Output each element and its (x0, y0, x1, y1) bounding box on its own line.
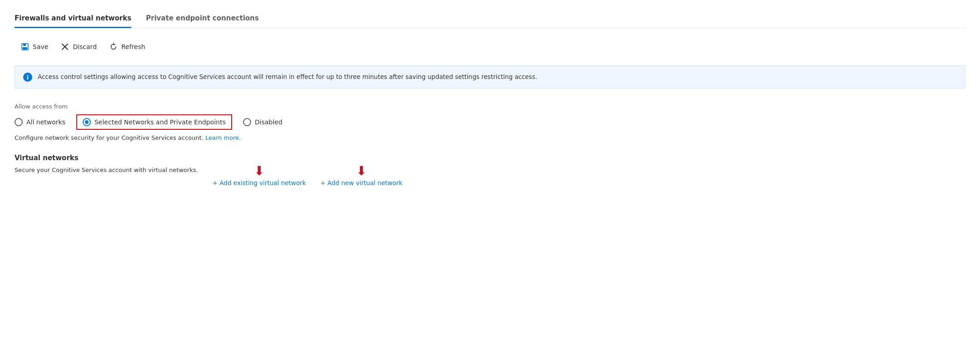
info-text: Access control settings allowing access … (38, 72, 537, 81)
info-icon: i (23, 73, 32, 82)
radio-selected-label: Selected Networks and Private Endpoints (94, 118, 226, 126)
discard-label: Discard (73, 43, 97, 50)
add-existing-arrow: ⬇ (254, 165, 264, 177)
save-icon (21, 43, 29, 51)
virtual-networks-section: Virtual networks Secure your Cognitive S… (15, 154, 965, 187)
configure-label: Configure network security for your Cogn… (15, 134, 203, 141)
discard-button[interactable]: Discard (54, 39, 103, 54)
radio-all-outer (15, 118, 23, 126)
add-new-link[interactable]: + Add new virtual network (320, 179, 402, 187)
refresh-button[interactable]: Refresh (103, 39, 152, 54)
radio-disabled[interactable]: Disabled (243, 118, 282, 126)
tabs-bar: Firewalls and virtual networks Private e… (15, 9, 965, 28)
add-existing-wrapper: ⬇ + Add existing virtual network (213, 165, 306, 187)
vnet-actions: ⬇ + Add existing virtual network ⬇ + Add… (213, 165, 417, 187)
vnet-title: Virtual networks (15, 154, 965, 162)
radio-group: All networks Selected Networks and Priva… (15, 114, 965, 130)
allow-access-section: Allow access from All networks Selected … (15, 103, 965, 141)
refresh-icon (109, 43, 118, 51)
page-container: Firewalls and virtual networks Private e… (0, 0, 980, 344)
radio-disabled-label: Disabled (255, 118, 282, 126)
vnet-description: Secure your Cognitive Services account w… (15, 165, 198, 175)
selected-network-box: Selected Networks and Private Endpoints (76, 114, 232, 130)
vnet-row: Secure your Cognitive Services account w… (15, 165, 965, 187)
radio-selected-outer (83, 118, 91, 126)
learn-more-link[interactable]: Learn more. (205, 134, 241, 141)
svg-rect-2 (23, 47, 27, 49)
radio-all-networks[interactable]: All networks (15, 118, 65, 126)
discard-icon (61, 43, 69, 51)
radio-selected-networks[interactable]: Selected Networks and Private Endpoints (83, 118, 226, 126)
svg-rect-1 (23, 44, 26, 46)
add-existing-link[interactable]: + Add existing virtual network (213, 179, 306, 187)
toolbar: Save Discard Refresh (15, 39, 965, 54)
info-banner: i Access control settings allowing acces… (15, 65, 965, 88)
configure-text: Configure network security for your Cogn… (15, 134, 965, 141)
add-new-wrapper: ⬇ + Add new virtual network (320, 165, 402, 187)
allow-access-label: Allow access from (15, 103, 965, 110)
tab-firewalls[interactable]: Firewalls and virtual networks (15, 10, 131, 28)
tab-private-endpoint[interactable]: Private endpoint connections (146, 10, 259, 28)
radio-disabled-outer (243, 118, 251, 126)
radio-selected-inner (85, 120, 89, 124)
save-button[interactable]: Save (15, 39, 54, 54)
save-label: Save (33, 43, 48, 50)
radio-all-label: All networks (26, 118, 65, 126)
add-new-arrow: ⬇ (356, 165, 366, 177)
refresh-label: Refresh (121, 43, 145, 50)
